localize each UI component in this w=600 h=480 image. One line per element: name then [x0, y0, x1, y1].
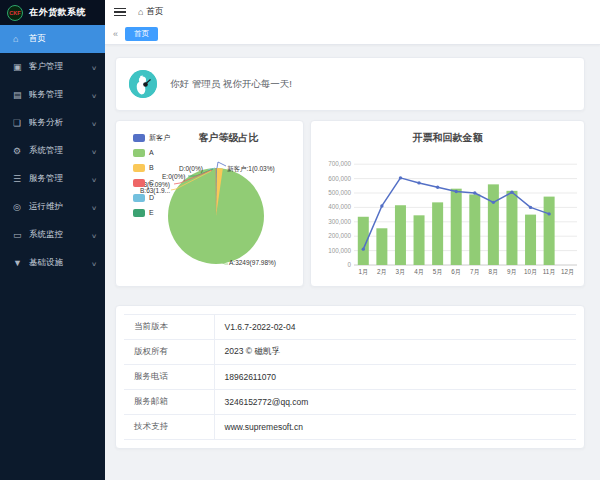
sidebar-item-5[interactable]: ⚙系统管理∨: [0, 137, 105, 165]
pie-label-e: E:0(0%): [162, 173, 185, 180]
sidebar-item-label: 系统监控: [29, 229, 63, 241]
svg-text:700,000: 700,000: [328, 160, 351, 167]
info-value: V1.6.7-2022-02-04: [214, 315, 576, 340]
table-row: 技术支持www.supremesoft.cn: [124, 415, 576, 440]
svg-text:9月: 9月: [507, 268, 517, 276]
pie-chart-title: 客户等级占比: [116, 131, 303, 145]
legend-item-A[interactable]: A: [133, 145, 170, 160]
sidebar-item-2[interactable]: ▣客户管理∨: [0, 53, 105, 81]
svg-text:600,000: 600,000: [328, 175, 351, 182]
app-logo: CKF: [7, 5, 23, 21]
sidebar-item-label: 账务分析: [29, 117, 63, 129]
sidebar-item-6[interactable]: ☰服务管理∨: [0, 165, 105, 193]
sidebar-item-1[interactable]: ⌂首页: [0, 25, 105, 53]
greeting-card: 你好 管理员 祝你开心每一天!: [115, 57, 585, 111]
pie-label-a: A:3249(97.98%): [229, 259, 276, 266]
main-area: ⌂ 首页 « 首页 你好 管理员 祝你开心每一天!: [105, 0, 600, 480]
legend-label: E: [149, 209, 154, 216]
legend-swatch: [133, 179, 145, 187]
sidebar-item-label: 账务管理: [29, 89, 63, 101]
gear-icon: ⚙: [13, 146, 29, 156]
home-icon: ⌂: [13, 34, 29, 44]
chevron-down-icon: ∨: [91, 120, 97, 127]
svg-text:300,000: 300,000: [328, 218, 351, 225]
svg-text:100,000: 100,000: [328, 247, 351, 254]
avatar: [129, 70, 157, 98]
sidebar-item-label: 系统管理: [29, 145, 63, 157]
tab-bar: « 首页: [105, 24, 600, 45]
svg-text:0: 0: [347, 261, 351, 268]
sidebar-item-label: 运行维护: [29, 201, 63, 213]
sidebar-item-label: 基础设施: [29, 257, 63, 269]
system-info-card: 当前版本V1.6.7-2022-02-04版权所有2023 © 磁凯孚服务电话1…: [115, 305, 585, 449]
mascot-icon: [129, 70, 157, 98]
svg-text:1月: 1月: [358, 268, 368, 276]
pie-label-b: B:63(1.9...: [140, 187, 170, 194]
pie-label-d: D:0(0%): [179, 165, 203, 172]
pie-chart-card: 客户等级占比 新客户ABCDE D:0(0%) 新客户:1(0.03%) E:0…: [115, 120, 304, 287]
table-row: 服务电话18962611070: [124, 365, 576, 390]
info-key: 版权所有: [124, 340, 214, 365]
chevron-down-icon: ∨: [91, 64, 97, 71]
content: 你好 管理员 祝你开心每一天! 客户等级占比 新客户ABCDE D:0(0%) …: [115, 57, 585, 480]
sidebar-item-label: 首页: [29, 33, 46, 45]
table-row: 当前版本V1.6.7-2022-02-04: [124, 315, 576, 340]
info-value: www.supremesoft.cn: [214, 415, 576, 440]
info-value: 18962611070: [214, 365, 576, 390]
app-title: 在外货款系统: [29, 6, 86, 19]
sidebar-item-label: 服务管理: [29, 173, 63, 185]
chevron-down-icon: ∨: [91, 204, 97, 211]
svg-text:11月: 11月: [543, 268, 556, 276]
document-icon: ▤: [13, 90, 29, 100]
operation-icon: ◎: [13, 202, 29, 212]
chevron-down-icon: ∨: [91, 176, 97, 183]
bar-chart-card: 开票和回款金额 0100,000200,000300,000400,000500…: [310, 120, 585, 287]
svg-text:5月: 5月: [433, 268, 443, 276]
breadcrumb[interactable]: ⌂ 首页: [138, 6, 163, 18]
svg-text:4月: 4月: [414, 268, 424, 276]
analysis-icon: ❏: [13, 118, 29, 128]
breadcrumb-label: 首页: [146, 6, 163, 18]
svg-text:2月: 2月: [377, 268, 387, 276]
customer-icon: ▣: [13, 62, 29, 72]
info-key: 服务邮箱: [124, 390, 214, 415]
table-row: 版权所有2023 © 磁凯孚: [124, 340, 576, 365]
system-info-table: 当前版本V1.6.7-2022-02-04版权所有2023 © 磁凯孚服务电话1…: [124, 314, 576, 440]
svg-text:6月: 6月: [451, 268, 461, 276]
legend-label: D: [149, 194, 154, 201]
legend-label: B: [149, 164, 154, 171]
tabs-collapse-icon[interactable]: «: [113, 29, 118, 39]
server-icon: ☰: [13, 174, 29, 184]
svg-text:12月: 12月: [561, 268, 574, 276]
table-row: 服务邮箱3246152772@qq.com: [124, 390, 576, 415]
tab-home[interactable]: 首页: [125, 27, 158, 41]
infrastructure-icon: ▼: [13, 258, 29, 268]
top-navbar: ⌂ 首页: [105, 0, 600, 24]
info-value: 2023 © 磁凯孚: [214, 340, 576, 365]
svg-text:7月: 7月: [470, 268, 480, 276]
svg-text:400,000: 400,000: [328, 203, 351, 210]
sidebar-item-8[interactable]: ▭系统监控∨: [0, 221, 105, 249]
svg-text:8月: 8月: [488, 268, 498, 276]
legend-swatch: [133, 194, 145, 202]
legend-item-E[interactable]: E: [133, 205, 170, 220]
sidebar-item-7[interactable]: ◎运行维护∨: [0, 193, 105, 221]
pie-label-new: 新客户:1(0.03%): [227, 165, 275, 174]
hamburger-icon[interactable]: [114, 6, 126, 19]
legend-swatch: [133, 164, 145, 172]
logo-bar: CKF 在外货款系统: [0, 0, 105, 25]
svg-text:200,000: 200,000: [328, 232, 351, 239]
sidebar-item-3[interactable]: ▤账务管理∨: [0, 81, 105, 109]
sidebar-item-label: 客户管理: [29, 61, 63, 73]
legend-swatch: [133, 209, 145, 217]
greeting-message: 你好 管理员 祝你开心每一天!: [170, 78, 292, 91]
chevron-down-icon: ∨: [91, 232, 97, 239]
sidebar-menu: ⌂首页▣客户管理∨▤账务管理∨❏账务分析∨⚙系统管理∨☰服务管理∨◎运行维护∨▭…: [0, 25, 105, 277]
bar-line-chart: 0100,000200,000300,000400,000500,000600,…: [311, 121, 587, 288]
legend-label: A: [149, 149, 154, 156]
sidebar-item-9[interactable]: ▼基础设施∨: [0, 249, 105, 277]
info-key: 服务电话: [124, 365, 214, 390]
sidebar-item-4[interactable]: ❏账务分析∨: [0, 109, 105, 137]
chevron-down-icon: ∨: [91, 148, 97, 155]
svg-text:3月: 3月: [396, 268, 406, 276]
